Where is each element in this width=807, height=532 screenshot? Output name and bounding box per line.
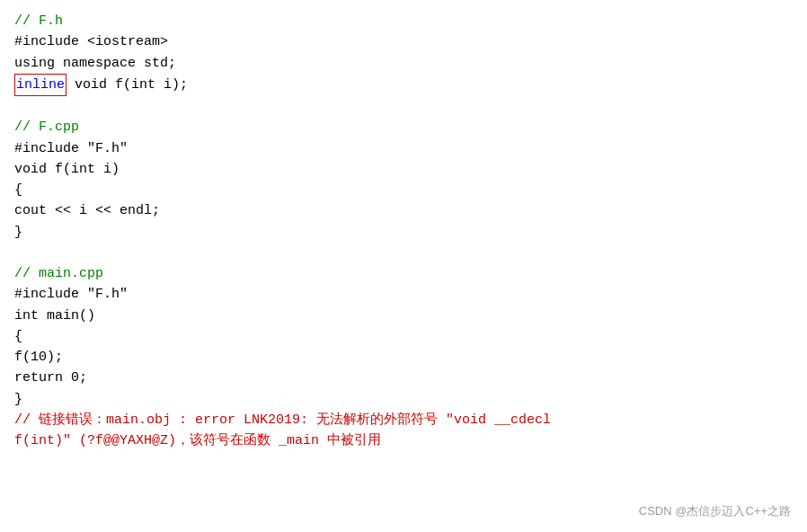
open-brace-1: { — [14, 180, 22, 200]
int-main: int main() — [14, 306, 95, 326]
include-iostream: #include <iostream> — [14, 31, 168, 52]
code-line-inline-decl: inline void f(int i); — [14, 74, 793, 96]
error-text-2: f(int)" (?f@@YAXH@Z)，该符号在函数 _main 中被引用 — [14, 430, 381, 451]
using-namespace: using namespace std; — [14, 53, 176, 74]
code-line: int main() — [14, 306, 793, 326]
comment-fh: // F.h — [14, 11, 63, 31]
code-line: f(10); — [14, 347, 793, 368]
code-line: // F.cpp — [14, 117, 793, 137]
code-line: { — [14, 326, 793, 347]
inline-rest: void f(int i); — [67, 75, 188, 95]
void-f-decl: void f(int i) — [14, 159, 120, 180]
comment-maincpp: // main.cpp — [14, 263, 103, 284]
open-brace-2: { — [14, 326, 22, 347]
close-brace-2: } — [14, 389, 22, 410]
include-fh-2: #include "F.h" — [14, 284, 128, 305]
watermark: CSDN @杰信步迈入C++之路 — [639, 503, 791, 519]
code-line: cout << i << endl; — [14, 200, 793, 221]
code-line: } — [14, 222, 793, 243]
f-call: f(10); — [14, 347, 63, 368]
error-line-2: f(int)" (?f@@YAXH@Z)，该符号在函数 _main 中被引用 — [14, 430, 793, 451]
inline-keyword: inline — [14, 74, 67, 96]
empty-line — [14, 243, 793, 263]
code-line: } — [14, 389, 793, 410]
code-line: using namespace std; — [14, 53, 793, 74]
code-line: // main.cpp — [14, 263, 793, 284]
error-line-1: // 链接错误：main.obj : error LNK2019: 无法解析的外… — [14, 410, 793, 430]
comment-fcpp: // F.cpp — [14, 117, 79, 137]
cout-line: cout << i << endl; — [14, 200, 160, 221]
watermark-text: 杰信步迈入C++之路 — [687, 504, 791, 518]
error-text-1: // 链接错误：main.obj : error LNK2019: 无法解析的外… — [14, 410, 551, 430]
code-line: // F.h — [14, 11, 793, 31]
watermark-prefix: CSDN @ — [639, 504, 687, 518]
close-brace-1: } — [14, 222, 22, 243]
code-line: { — [14, 180, 793, 200]
empty-line — [14, 96, 793, 117]
code-container: // F.h #include <iostream> using namespa… — [0, 0, 807, 532]
include-fh-1: #include "F.h" — [14, 138, 128, 159]
code-line: #include "F.h" — [14, 138, 793, 159]
code-line: #include "F.h" — [14, 284, 793, 305]
return-zero: return 0; — [14, 368, 87, 388]
code-line: return 0; — [14, 368, 793, 388]
code-line: void f(int i) — [14, 159, 793, 180]
code-line: #include <iostream> — [14, 31, 793, 52]
